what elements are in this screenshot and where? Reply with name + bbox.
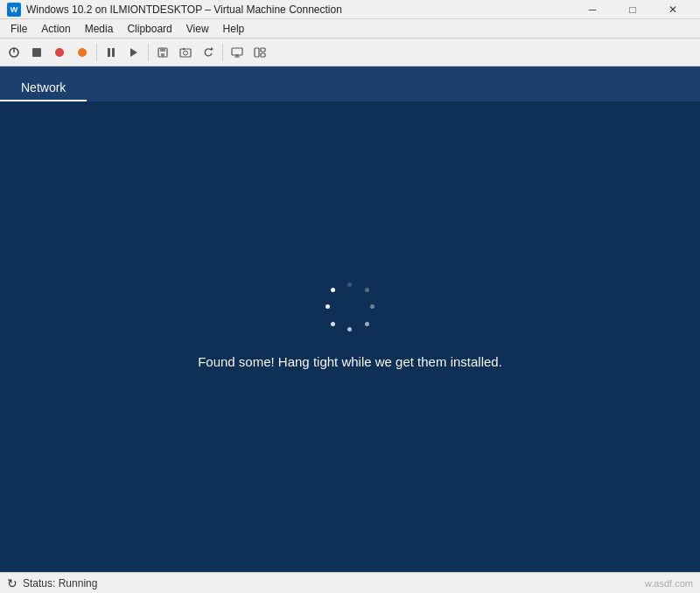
save-state-icon xyxy=(157,46,169,59)
screenshot-icon xyxy=(179,46,192,59)
spinner-dot-3 xyxy=(370,304,374,309)
status-left: ↻ Status: Running xyxy=(7,576,97,590)
svg-rect-9 xyxy=(160,48,165,52)
enhanced-session-button[interactable] xyxy=(227,42,248,63)
vm-screen: Found some! Hang tight while we get them… xyxy=(0,101,700,548)
vm-display-area: Found some! Hang tight while we get them… xyxy=(0,101,700,572)
pause-icon xyxy=(105,46,117,59)
reset-icon xyxy=(53,46,66,59)
svg-rect-5 xyxy=(108,48,110,57)
revert-icon xyxy=(202,46,214,59)
reset-button[interactable] xyxy=(49,42,70,63)
tab-network[interactable]: Network xyxy=(0,75,87,101)
svg-rect-21 xyxy=(261,53,265,57)
revert-button[interactable] xyxy=(198,42,219,63)
main-window: W Windows 10.2 on ILMIONTDESKTOP – Virtu… xyxy=(0,0,700,593)
spinner-dot-2 xyxy=(365,288,369,292)
loading-spinner xyxy=(324,281,376,333)
svg-rect-19 xyxy=(255,48,259,57)
spinner-dot-8 xyxy=(331,288,335,292)
refresh-icon: ↻ xyxy=(7,576,18,590)
menu-clipboard[interactable]: Clipboard xyxy=(120,21,178,37)
spinner-animation xyxy=(324,281,376,333)
svg-point-4 xyxy=(78,48,87,57)
stop-icon xyxy=(31,46,43,59)
close-button[interactable]: ✕ xyxy=(653,0,693,19)
loading-message: Found some! Hang tight while we get them… xyxy=(198,354,502,369)
settings-icon xyxy=(254,46,266,59)
svg-marker-14 xyxy=(211,47,214,51)
svg-point-12 xyxy=(184,51,188,55)
power-icon xyxy=(8,46,20,59)
status-bar: ↻ Status: Running w.asdf.com xyxy=(0,572,700,593)
title-bar: W Windows 10.2 on ILMIONTDESKTOP – Virtu… xyxy=(0,0,700,19)
save-state-button[interactable] xyxy=(152,42,173,63)
watermark-text: w.asdf.com xyxy=(645,578,693,589)
stop-button[interactable] xyxy=(26,42,47,63)
menu-media[interactable]: Media xyxy=(78,21,121,37)
svg-rect-15 xyxy=(232,48,242,55)
svg-rect-6 xyxy=(112,48,115,57)
toolbar-sep-1 xyxy=(96,44,97,61)
spinner-dot-1 xyxy=(347,283,352,287)
toolbar xyxy=(0,38,700,66)
menu-view[interactable]: View xyxy=(179,21,216,37)
settings-button[interactable] xyxy=(249,42,270,63)
app-icon: W xyxy=(7,3,21,17)
enhanced-session-icon xyxy=(231,46,243,59)
toolbar-sep-2 xyxy=(148,44,149,61)
window-title: Windows 10.2 on ILMIONTDESKTOP – Virtual… xyxy=(26,3,342,16)
screenshot-button[interactable] xyxy=(175,42,196,63)
toolbar-sep-3 xyxy=(222,44,223,61)
menu-file[interactable]: File xyxy=(4,21,34,37)
minimize-button[interactable]: ─ xyxy=(572,0,612,19)
svg-marker-7 xyxy=(130,48,137,57)
pause-button[interactable] xyxy=(101,42,122,63)
shutdown-button[interactable] xyxy=(72,42,93,63)
menu-help[interactable]: Help xyxy=(216,21,252,37)
tab-bar: Network xyxy=(0,66,700,101)
status-text: Status: Running xyxy=(23,577,97,590)
spinner-dot-6 xyxy=(331,322,335,326)
svg-rect-2 xyxy=(32,48,41,57)
power-button[interactable] xyxy=(4,42,24,63)
menu-action[interactable]: Action xyxy=(34,21,77,37)
resume-button[interactable] xyxy=(123,42,144,63)
svg-rect-10 xyxy=(161,53,164,57)
spinner-dot-7 xyxy=(326,304,330,309)
resume-icon xyxy=(128,46,140,59)
spinner-dot-5 xyxy=(347,327,352,331)
maximize-button[interactable]: □ xyxy=(612,0,653,19)
title-bar-left: W Windows 10.2 on ILMIONTDESKTOP – Virtu… xyxy=(7,3,342,17)
svg-rect-13 xyxy=(183,48,185,50)
menu-bar: File Action Media Clipboard View Help xyxy=(0,19,700,38)
svg-point-3 xyxy=(55,48,64,57)
svg-rect-20 xyxy=(261,48,265,52)
svg-rect-11 xyxy=(180,49,191,57)
shutdown-icon xyxy=(76,46,88,59)
spinner-dot-4 xyxy=(365,322,369,326)
window-controls: ─ □ ✕ xyxy=(572,0,693,19)
